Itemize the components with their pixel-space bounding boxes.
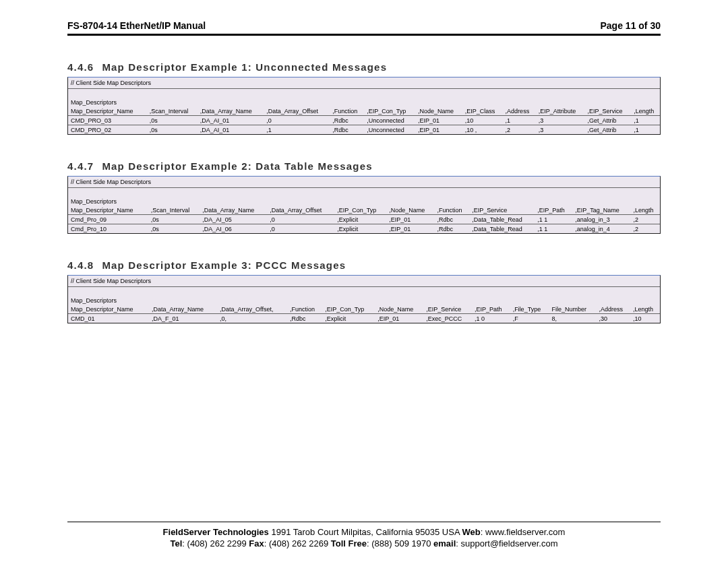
column-header: ,Address (597, 305, 631, 314)
table-cell: ,0, (217, 314, 287, 323)
column-header: ,Data_Array_Name (200, 206, 267, 215)
column-header: ,Function (330, 106, 364, 116)
page-header: FS-8704-14 EtherNet/IP Manual Page 11 of… (67, 20, 661, 36)
table-cell: ,Get_Attrib (585, 125, 632, 135)
table-cell: ,Explicit (334, 215, 386, 224)
column-header: ,Function (434, 206, 469, 215)
column-header: ,Function (287, 305, 322, 314)
column-header: ,Data_Array_Name (198, 106, 264, 116)
table-cell: ,Unconnected (364, 116, 415, 125)
table-cell: ,Rdbc (434, 215, 469, 224)
column-header: ,Scan_Interval (148, 206, 200, 215)
column-header: ,Data_Array_Offset (267, 206, 334, 215)
table-cell: ,Rdbc (330, 125, 364, 135)
section-title: 4.4.8Map Descriptor Example 3: PCCC Mess… (67, 259, 661, 271)
footer-line-1: FieldServer Technologies 1991 Tarob Cour… (67, 526, 661, 538)
table-cell: ,Explicit (334, 224, 386, 234)
table-cell: ,3 (536, 125, 585, 135)
code-table: // Client Side Map Descriptors Map_Descr… (67, 275, 661, 323)
table-cell: ,EIP_01 (386, 215, 434, 224)
footer-line-2: Tel: (408) 262 2299 Fax: (408) 262 2269 … (67, 538, 661, 550)
table-cell: Cmd_Pro_10 (68, 224, 148, 234)
column-header: ,Node_Name (415, 106, 462, 116)
table-cell: ,2 (503, 125, 536, 135)
table-cell: ,0s (148, 224, 200, 234)
table-cell: ,Rdbc (287, 314, 322, 323)
table-cell: ,2 (631, 224, 660, 234)
table-cell: CMD_PRO_02 (68, 125, 147, 135)
table-cell: ,1 0 (472, 314, 510, 323)
column-header: ,EIP_Class (462, 106, 503, 116)
section-title: 4.4.6Map Descriptor Example 1: Unconnect… (67, 61, 661, 73)
column-header: ,Data_Array_Name (149, 305, 217, 314)
table-cell: ,Data_Table_Read (469, 215, 535, 224)
table-group-label: Map_Descriptors (68, 98, 660, 106)
table-cell: ,1 (503, 116, 536, 125)
column-header: ,EIP_Path (535, 206, 572, 215)
table-cell: ,30 (597, 314, 631, 323)
section-heading: Map Descriptor Example 1: Unconnected Me… (102, 61, 387, 73)
table-cell: ,1 (264, 125, 330, 135)
table-cell: ,Unconnected (364, 125, 415, 135)
table-comment: // Client Side Map Descriptors (68, 177, 660, 188)
table-cell: ,0 (267, 224, 334, 234)
column-header: ,Scan_Interval (147, 106, 198, 116)
table-cell: ,0s (147, 125, 198, 135)
section-number: 4.4.6 (67, 61, 94, 73)
column-header: ,EIP_Service (423, 305, 472, 314)
table-cell: ,0 (267, 215, 334, 224)
table-cell: ,DA_AI_01 (198, 125, 264, 135)
table-cell: ,Rdbc (434, 224, 469, 234)
code-table: // Client Side Map Descriptors Map_Descr… (67, 176, 661, 234)
column-header: ,Data_Array_Offset (264, 106, 330, 116)
column-header: ,EIP_Path (472, 305, 510, 314)
header-right: Page 11 of 30 (601, 20, 661, 31)
table-cell: ,Rdbc (330, 116, 364, 125)
column-header: ,Node_Name (386, 206, 434, 215)
column-header: ,EIP_Con_Typ (334, 206, 386, 215)
section-heading: Map Descriptor Example 3: PCCC Messages (102, 259, 346, 271)
column-header: ,Length (631, 206, 660, 215)
table-cell: ,DA_F_01 (149, 314, 217, 323)
table-cell: ,DA_AI_06 (200, 224, 267, 234)
column-header: Map_Descriptor_Name (68, 206, 148, 215)
column-header: ,EIP_Con_Typ (364, 106, 415, 116)
table-cell: ,DA_AI_05 (200, 215, 267, 224)
table-cell: ,0s (147, 116, 198, 125)
column-header: ,EIP_Tag_Name (572, 206, 630, 215)
section-number: 4.4.7 (67, 160, 94, 172)
table-cell: ,1 1 (535, 215, 572, 224)
table-comment: // Client Side Map Descriptors (68, 77, 660, 89)
table-cell: ,Data_Table_Read (469, 224, 535, 234)
section-4-4-7: 4.4.7Map Descriptor Example 2: Data Tabl… (67, 160, 661, 234)
section-4-4-8: 4.4.8Map Descriptor Example 3: PCCC Mess… (67, 259, 661, 323)
table-cell: ,10 , (462, 125, 503, 135)
table-cell: ,3 (536, 116, 585, 125)
column-header: ,File_Type (510, 305, 549, 314)
column-header: ,Data_Array_Offset, (217, 305, 287, 314)
table-cell: CMD_01 (68, 314, 149, 323)
table-cell: ,1 (631, 125, 660, 135)
column-header: ,EIP_Con_Typ (322, 305, 375, 314)
code-table: // Client Side Map Descriptors Map_Descr… (67, 77, 661, 135)
header-left: FS-8704-14 EtherNet/IP Manual (67, 20, 206, 31)
table-cell: ,Exec_PCCC (423, 314, 472, 323)
table-cell: ,1 1 (535, 224, 572, 234)
table-cell: ,analog_in_4 (572, 224, 630, 234)
table-cell: ,Get_Attrib (585, 116, 632, 125)
column-header: Map_Descriptor_Name (68, 106, 147, 116)
column-header: File_Number (549, 305, 596, 314)
table-cell: ,10 (462, 116, 503, 125)
section-4-4-6: 4.4.6Map Descriptor Example 1: Unconnect… (67, 61, 661, 135)
table-cell: ,2 (631, 215, 660, 224)
column-header: Map_Descriptor_Name (68, 305, 149, 314)
table-cell: ,Explicit (322, 314, 375, 323)
table-cell: ,F (510, 314, 549, 323)
table-cell: ,EIP_01 (415, 125, 462, 135)
table-group-label: Map_Descriptors (68, 197, 660, 206)
table-cell: ,DA_AI_01 (198, 116, 264, 125)
section-number: 4.4.8 (67, 259, 94, 271)
table-cell: ,EIP_01 (375, 314, 423, 323)
table-cell: 8, (549, 314, 596, 323)
column-header: ,Length (630, 305, 660, 314)
